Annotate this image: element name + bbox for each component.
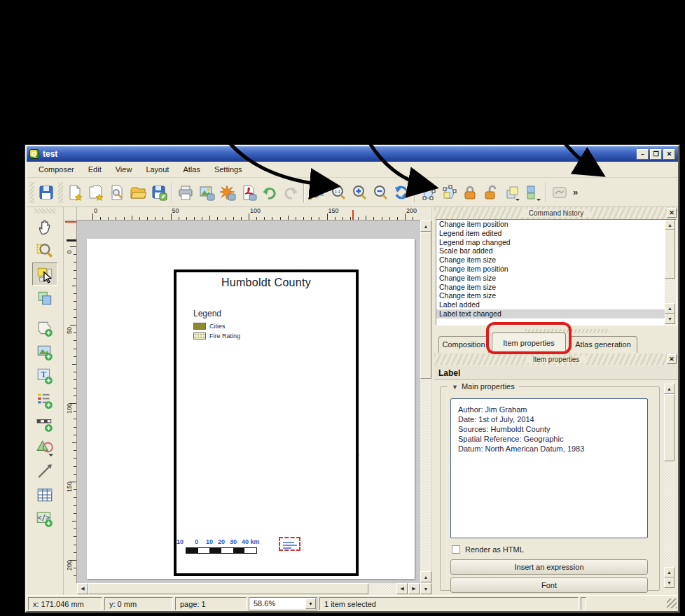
maximize-button[interactable]: ❒ xyxy=(650,149,662,160)
label-text-input[interactable]: Author: Jim Graham Date: 1st of July, 20… xyxy=(450,398,648,538)
legend-item[interactable]: Legend Cities Fire Rating xyxy=(193,309,263,342)
save-project-button[interactable] xyxy=(36,182,57,203)
item-properties-header[interactable]: Item properties ✕ xyxy=(434,354,678,365)
select-move-item-button[interactable] xyxy=(417,182,438,203)
zoom-tool-button[interactable] xyxy=(32,239,57,262)
scroll-up-button[interactable]: ▲ xyxy=(420,220,431,232)
zoom-in-button[interactable] xyxy=(349,182,370,203)
print-button[interactable] xyxy=(175,182,196,203)
scroll-down-button[interactable]: ▼ xyxy=(664,578,674,588)
composer-canvas[interactable]: LowLowExtremeExtremeExtremeExtremeExtrem… xyxy=(77,220,420,583)
new-composition-button[interactable] xyxy=(64,182,85,203)
scroll-down-button[interactable]: ▼ xyxy=(420,583,431,594)
scroll-right-button[interactable]: ▶ xyxy=(408,583,420,594)
history-item[interactable]: Label added xyxy=(436,300,676,309)
scroll-up-button[interactable]: ▲ xyxy=(420,571,431,582)
toolbar-overflow-chevron[interactable]: » xyxy=(573,187,578,197)
move-item-content-tool-button[interactable] xyxy=(32,286,57,309)
scalebar-item[interactable] xyxy=(186,547,257,554)
refresh-button[interactable] xyxy=(391,182,412,203)
menu-view[interactable]: View xyxy=(109,163,139,176)
panel-scrollbar[interactable]: ▲ ▲ ▼ xyxy=(664,384,675,588)
history-scrollbar[interactable]: ▲ ▲ ▼ xyxy=(665,220,676,325)
menu-atlas[interactable]: Atlas xyxy=(177,163,206,176)
unlock-items-button[interactable] xyxy=(480,182,501,203)
zoom-level-combobox[interactable]: 58.6% ▼ xyxy=(249,597,317,610)
selected-label-item[interactable] xyxy=(279,537,300,551)
canvas-vertical-scrollbar[interactable]: ▲ ▲ ▼ xyxy=(420,220,431,595)
scroll-up-button[interactable]: ▲ xyxy=(664,384,674,394)
render-as-html-checkbox[interactable] xyxy=(452,545,460,554)
composition-paper[interactable]: LowLowExtremeExtremeExtremeExtremeExtrem… xyxy=(87,239,415,579)
minimize-button[interactable]: – xyxy=(637,149,649,160)
group-items-button[interactable] xyxy=(523,182,544,203)
tab-atlas-generation[interactable]: Atlas generation xyxy=(569,336,637,353)
raise-items-button[interactable] xyxy=(501,182,523,203)
close-panel-icon[interactable]: ✕ xyxy=(667,354,677,364)
history-item[interactable]: Scale bar added xyxy=(436,246,676,255)
export-svg-button[interactable] xyxy=(217,182,238,203)
map-title[interactable]: Humboldt County xyxy=(174,276,359,289)
canvas-horizontal-scrollbar[interactable]: ◀ ◀ ▶ xyxy=(77,583,420,594)
history-item[interactable]: Legend map changed xyxy=(436,238,676,247)
zoom-full-button[interactable] xyxy=(307,182,328,203)
menu-edit[interactable]: Edit xyxy=(82,163,108,176)
scroll-thumb[interactable] xyxy=(420,232,431,379)
add-label-tool-button[interactable]: T xyxy=(32,364,57,387)
history-item[interactable]: Legend item edited xyxy=(436,229,676,238)
history-item[interactable]: Change item size xyxy=(436,255,676,265)
history-item[interactable]: Change item position xyxy=(436,265,676,274)
scroll-thumb[interactable] xyxy=(664,394,674,461)
add-image-tool-button[interactable] xyxy=(32,340,57,363)
toolbar-grip[interactable] xyxy=(34,209,55,214)
add-arrow-tool-button[interactable] xyxy=(32,459,57,482)
zoom-actual-button[interactable]: 1:1 xyxy=(328,182,349,203)
toolbar-grip[interactable] xyxy=(29,182,34,203)
history-item-selected[interactable]: Label text changed xyxy=(436,309,676,318)
scroll-thumb[interactable] xyxy=(665,230,675,279)
menu-settings[interactable]: Settings xyxy=(208,163,249,176)
scroll-up-button[interactable]: ▲ xyxy=(665,303,675,314)
close-button[interactable]: ✕ xyxy=(663,149,675,160)
add-shape-tool-button[interactable] xyxy=(32,435,57,458)
history-item[interactable]: Change item position xyxy=(436,220,676,229)
save-template-button[interactable] xyxy=(148,182,169,203)
add-legend-tool-button[interactable] xyxy=(32,388,57,411)
toolbar-grip[interactable] xyxy=(58,182,63,203)
scroll-down-button[interactable]: ▼ xyxy=(665,314,675,324)
zoom-out-button[interactable] xyxy=(370,182,391,203)
scroll-left-button[interactable]: ◀ xyxy=(77,583,88,594)
add-attribute-table-tool-button[interactable] xyxy=(32,483,57,506)
close-panel-icon[interactable]: ✕ xyxy=(667,208,677,218)
scroll-left-button[interactable]: ◀ xyxy=(396,583,408,594)
history-item[interactable]: Change item size xyxy=(436,283,676,292)
font-button[interactable]: Font xyxy=(450,578,648,593)
duplicate-composition-button[interactable] xyxy=(85,182,106,203)
insert-expression-button[interactable]: Insert an expression xyxy=(450,559,648,575)
add-scalebar-tool-button[interactable] xyxy=(32,412,57,435)
scroll-up-button[interactable]: ▲ xyxy=(665,220,675,230)
history-item[interactable]: Change item size xyxy=(436,274,676,283)
menu-layout[interactable]: Layout xyxy=(139,163,175,176)
lock-items-button[interactable] xyxy=(459,182,480,203)
command-history-list[interactable]: Change item position Legend item edited … xyxy=(436,219,677,326)
title-bar[interactable]: Q test – ❒ ✕ xyxy=(27,146,678,162)
move-item-content-button[interactable] xyxy=(438,182,459,203)
scroll-thumb[interactable] xyxy=(88,583,368,594)
menu-composer[interactable]: Composer xyxy=(32,163,81,176)
combo-dropdown-icon[interactable]: ▼ xyxy=(305,598,316,609)
add-map-tool-button[interactable] xyxy=(32,316,57,340)
export-pdf-button[interactable] xyxy=(238,182,259,203)
pan-tool-button[interactable] xyxy=(32,215,57,238)
composer-manager-button[interactable] xyxy=(106,182,127,203)
command-history-header[interactable]: Command history ✕ xyxy=(434,207,678,219)
main-properties-toggle[interactable]: ▼Main properties xyxy=(448,382,519,391)
atlas-preview-button[interactable] xyxy=(549,182,570,203)
load-template-button[interactable] xyxy=(127,182,148,203)
export-image-button[interactable] xyxy=(196,182,217,203)
window-resize-grip[interactable] xyxy=(667,598,677,608)
tab-composition[interactable]: Composition xyxy=(438,336,489,353)
undo-button[interactable] xyxy=(259,182,280,203)
scroll-up-button[interactable]: ▲ xyxy=(664,567,674,578)
select-move-item-tool-button[interactable] xyxy=(32,262,57,286)
